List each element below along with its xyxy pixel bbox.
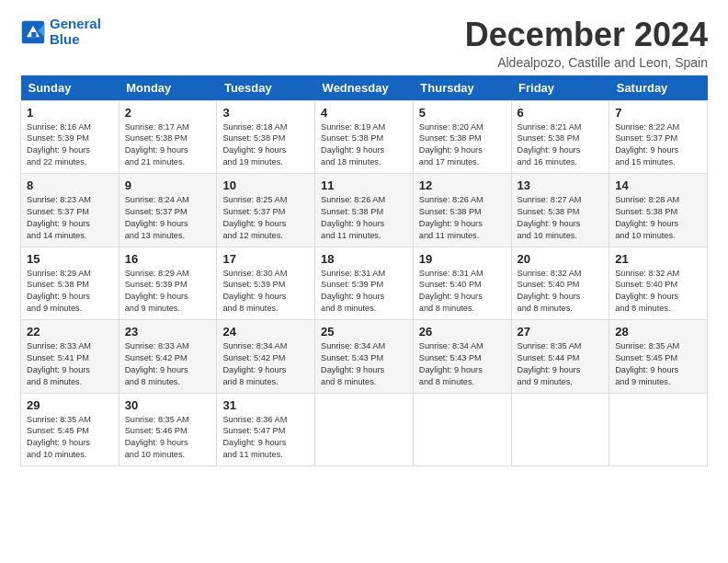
table-row: 8 Sunrise: 8:23 AMSunset: 5:37 PMDayligh… (21, 174, 119, 247)
table-row: 23 Sunrise: 8:33 AMSunset: 5:42 PMDaylig… (119, 320, 217, 394)
table-row: 12 Sunrise: 8:26 AMSunset: 5:38 PMDaylig… (413, 174, 511, 247)
cell-details: Sunrise: 8:26 AMSunset: 5:38 PMDaylight:… (321, 195, 385, 240)
cell-details: Sunrise: 8:33 AMSunset: 5:41 PMDaylight:… (27, 341, 91, 386)
table-row: 18 Sunrise: 8:31 AMSunset: 5:39 PMDaylig… (315, 247, 414, 320)
logo-icon (20, 19, 46, 45)
calendar-week-row: 15 Sunrise: 8:29 AMSunset: 5:38 PMDaylig… (21, 247, 708, 320)
calendar-table: Sunday Monday Tuesday Wednesday Thursday… (20, 75, 708, 467)
day-number: 25 (321, 325, 407, 339)
table-row: 9 Sunrise: 8:24 AMSunset: 5:37 PMDayligh… (119, 174, 217, 247)
table-row: 10 Sunrise: 8:25 AMSunset: 5:37 PMDaylig… (217, 174, 315, 247)
cell-details: Sunrise: 8:32 AMSunset: 5:40 PMDaylight:… (518, 269, 582, 314)
svg-marker-2 (31, 32, 36, 37)
cell-details: Sunrise: 8:35 AMSunset: 5:45 PMDaylight:… (27, 415, 91, 460)
cell-details: Sunrise: 8:33 AMSunset: 5:42 PMDaylight:… (125, 341, 189, 386)
header: General Blue December 2024 Aldealpozo, C… (20, 17, 708, 70)
table-row: 16 Sunrise: 8:29 AMSunset: 5:39 PMDaylig… (119, 247, 217, 320)
col-saturday: Saturday (609, 75, 708, 101)
title-block: December 2024 Aldealpozo, Castille and L… (465, 17, 708, 70)
day-number: 14 (615, 178, 701, 192)
table-row: 20 Sunrise: 8:32 AMSunset: 5:40 PMDaylig… (511, 247, 609, 320)
day-number: 23 (125, 325, 211, 339)
cell-details: Sunrise: 8:35 AMSunset: 5:45 PMDaylight:… (615, 341, 679, 386)
table-row (315, 393, 414, 466)
table-row (511, 393, 609, 466)
day-number: 3 (222, 106, 309, 120)
day-number: 31 (222, 398, 309, 412)
calendar-page: General Blue December 2024 Aldealpozo, C… (0, 0, 728, 563)
day-number: 7 (615, 106, 701, 120)
cell-details: Sunrise: 8:24 AMSunset: 5:37 PMDaylight:… (125, 195, 189, 240)
day-number: 6 (518, 106, 604, 120)
table-row: 6 Sunrise: 8:21 AMSunset: 5:38 PMDayligh… (511, 100, 609, 174)
table-row: 26 Sunrise: 8:34 AMSunset: 5:43 PMDaylig… (413, 320, 511, 394)
cell-details: Sunrise: 8:32 AMSunset: 5:40 PMDaylight:… (615, 269, 679, 314)
day-number: 15 (27, 252, 113, 266)
day-number: 2 (125, 106, 211, 120)
cell-details: Sunrise: 8:29 AMSunset: 5:38 PMDaylight:… (27, 269, 91, 314)
day-number: 17 (222, 252, 309, 266)
table-row: 14 Sunrise: 8:28 AMSunset: 5:38 PMDaylig… (609, 174, 708, 247)
month-title: December 2024 (465, 17, 708, 53)
table-row: 27 Sunrise: 8:35 AMSunset: 5:44 PMDaylig… (511, 320, 609, 394)
cell-details: Sunrise: 8:34 AMSunset: 5:42 PMDaylight:… (222, 341, 287, 386)
table-row: 11 Sunrise: 8:26 AMSunset: 5:38 PMDaylig… (315, 174, 414, 247)
day-number: 9 (125, 178, 211, 192)
calendar-week-row: 8 Sunrise: 8:23 AMSunset: 5:37 PMDayligh… (21, 174, 708, 247)
day-number: 28 (615, 325, 701, 339)
calendar-week-row: 29 Sunrise: 8:35 AMSunset: 5:45 PMDaylig… (21, 393, 708, 466)
cell-details: Sunrise: 8:31 AMSunset: 5:39 PMDaylight:… (321, 269, 385, 314)
table-row: 31 Sunrise: 8:36 AMSunset: 5:47 PMDaylig… (217, 393, 315, 466)
table-row: 22 Sunrise: 8:33 AMSunset: 5:41 PMDaylig… (21, 320, 119, 394)
cell-details: Sunrise: 8:19 AMSunset: 5:38 PMDaylight:… (321, 122, 385, 167)
day-number: 13 (518, 178, 604, 192)
logo-text: General Blue (50, 17, 101, 47)
cell-details: Sunrise: 8:34 AMSunset: 5:43 PMDaylight:… (419, 341, 483, 386)
table-row: 28 Sunrise: 8:35 AMSunset: 5:45 PMDaylig… (609, 320, 708, 394)
cell-details: Sunrise: 8:18 AMSunset: 5:38 PMDaylight:… (222, 122, 287, 167)
cell-details: Sunrise: 8:28 AMSunset: 5:38 PMDaylight:… (615, 195, 679, 240)
cell-details: Sunrise: 8:29 AMSunset: 5:39 PMDaylight:… (125, 269, 189, 314)
cell-details: Sunrise: 8:31 AMSunset: 5:40 PMDaylight:… (419, 269, 483, 314)
table-row: 2 Sunrise: 8:17 AMSunset: 5:38 PMDayligh… (119, 100, 217, 174)
cell-details: Sunrise: 8:36 AMSunset: 5:47 PMDaylight:… (222, 415, 287, 460)
cell-details: Sunrise: 8:27 AMSunset: 5:38 PMDaylight:… (518, 195, 582, 240)
calendar-week-row: 1 Sunrise: 8:16 AMSunset: 5:39 PMDayligh… (21, 100, 708, 174)
table-row: 4 Sunrise: 8:19 AMSunset: 5:38 PMDayligh… (315, 100, 414, 174)
table-row: 19 Sunrise: 8:31 AMSunset: 5:40 PMDaylig… (413, 247, 511, 320)
cell-details: Sunrise: 8:20 AMSunset: 5:38 PMDaylight:… (419, 122, 483, 167)
day-number: 8 (27, 178, 113, 192)
day-number: 10 (222, 178, 309, 192)
col-wednesday: Wednesday (315, 75, 414, 101)
logo-line2: Blue (50, 31, 80, 47)
day-number: 20 (518, 252, 604, 266)
logo: General Blue (20, 17, 101, 47)
day-number: 26 (419, 325, 506, 339)
table-row: 15 Sunrise: 8:29 AMSunset: 5:38 PMDaylig… (21, 247, 119, 320)
cell-details: Sunrise: 8:25 AMSunset: 5:37 PMDaylight:… (222, 195, 287, 240)
table-row: 1 Sunrise: 8:16 AMSunset: 5:39 PMDayligh… (21, 100, 119, 174)
cell-details: Sunrise: 8:34 AMSunset: 5:43 PMDaylight:… (321, 341, 385, 386)
day-number: 5 (419, 106, 506, 120)
day-number: 24 (222, 325, 309, 339)
cell-details: Sunrise: 8:23 AMSunset: 5:37 PMDaylight:… (27, 195, 91, 240)
table-row: 24 Sunrise: 8:34 AMSunset: 5:42 PMDaylig… (217, 320, 315, 394)
table-row: 17 Sunrise: 8:30 AMSunset: 5:39 PMDaylig… (217, 247, 315, 320)
col-monday: Monday (119, 75, 217, 101)
day-number: 19 (419, 252, 506, 266)
day-number: 30 (125, 398, 211, 412)
table-row: 25 Sunrise: 8:34 AMSunset: 5:43 PMDaylig… (315, 320, 414, 394)
cell-details: Sunrise: 8:17 AMSunset: 5:38 PMDaylight:… (125, 122, 189, 167)
cell-details: Sunrise: 8:26 AMSunset: 5:38 PMDaylight:… (419, 195, 483, 240)
day-number: 18 (321, 252, 407, 266)
day-number: 27 (518, 325, 604, 339)
day-number: 11 (321, 178, 407, 192)
cell-details: Sunrise: 8:21 AMSunset: 5:38 PMDaylight:… (518, 122, 582, 167)
col-sunday: Sunday (21, 75, 119, 101)
day-number: 29 (27, 398, 113, 412)
calendar-header-row: Sunday Monday Tuesday Wednesday Thursday… (21, 75, 708, 101)
cell-details: Sunrise: 8:30 AMSunset: 5:39 PMDaylight:… (222, 269, 287, 314)
table-row (609, 393, 708, 466)
col-friday: Friday (511, 75, 609, 101)
location-subtitle: Aldealpozo, Castille and Leon, Spain (465, 55, 708, 70)
